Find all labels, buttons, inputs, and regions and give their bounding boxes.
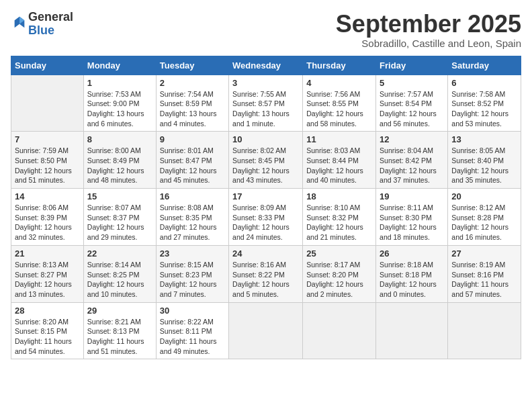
day-number: 9 bbox=[160, 134, 225, 144]
day-cell bbox=[303, 302, 376, 359]
day-info: Sunrise: 8:10 AM Sunset: 8:32 PM Dayligh… bbox=[306, 203, 372, 242]
week-row-4: 21Sunrise: 8:13 AM Sunset: 8:27 PM Dayli… bbox=[11, 245, 521, 302]
day-number: 11 bbox=[306, 134, 372, 144]
week-row-3: 14Sunrise: 8:06 AM Sunset: 8:39 PM Dayli… bbox=[11, 189, 521, 246]
day-cell: 21Sunrise: 8:13 AM Sunset: 8:27 PM Dayli… bbox=[11, 245, 84, 302]
day-info: Sunrise: 8:18 AM Sunset: 8:18 PM Dayligh… bbox=[380, 260, 444, 300]
day-number: 8 bbox=[87, 134, 152, 144]
header-cell-sunday: Sunday bbox=[11, 56, 84, 75]
week-row-5: 28Sunrise: 8:20 AM Sunset: 8:15 PM Dayli… bbox=[11, 302, 521, 359]
day-info: Sunrise: 8:19 AM Sunset: 8:16 PM Dayligh… bbox=[451, 260, 517, 300]
day-number: 15 bbox=[87, 191, 152, 201]
day-number: 28 bbox=[15, 306, 80, 316]
day-info: Sunrise: 8:14 AM Sunset: 8:25 PM Dayligh… bbox=[87, 260, 152, 300]
day-number: 21 bbox=[15, 248, 80, 259]
day-info: Sunrise: 8:15 AM Sunset: 8:23 PM Dayligh… bbox=[160, 260, 225, 300]
day-cell: 28Sunrise: 8:20 AM Sunset: 8:15 PM Dayli… bbox=[11, 302, 84, 359]
header-cell-monday: Monday bbox=[83, 56, 156, 75]
day-cell: 3Sunrise: 7:55 AM Sunset: 8:57 PM Daylig… bbox=[229, 75, 303, 132]
day-number: 27 bbox=[451, 248, 517, 259]
day-cell: 30Sunrise: 8:22 AM Sunset: 8:11 PM Dayli… bbox=[156, 302, 228, 359]
logo-text: General Blue bbox=[28, 11, 73, 38]
day-cell: 10Sunrise: 8:02 AM Sunset: 8:45 PM Dayli… bbox=[229, 132, 303, 189]
day-info: Sunrise: 7:58 AM Sunset: 8:52 PM Dayligh… bbox=[451, 89, 517, 129]
day-info: Sunrise: 8:06 AM Sunset: 8:39 PM Dayligh… bbox=[15, 203, 80, 242]
day-number: 23 bbox=[160, 248, 225, 259]
day-info: Sunrise: 8:13 AM Sunset: 8:27 PM Dayligh… bbox=[15, 260, 80, 300]
title-area: September 2025 Sobradillo, Castille and … bbox=[336, 11, 521, 49]
week-row-2: 7Sunrise: 7:59 AM Sunset: 8:50 PM Daylig… bbox=[11, 132, 521, 189]
header-cell-thursday: Thursday bbox=[303, 56, 376, 75]
day-info: Sunrise: 8:02 AM Sunset: 8:45 PM Dayligh… bbox=[232, 146, 299, 185]
day-cell: 12Sunrise: 8:04 AM Sunset: 8:42 PM Dayli… bbox=[376, 132, 448, 189]
day-cell bbox=[11, 75, 84, 132]
day-number: 6 bbox=[451, 78, 517, 88]
day-cell: 5Sunrise: 7:57 AM Sunset: 8:54 PM Daylig… bbox=[376, 75, 448, 132]
header: General Blue September 2025 Sobradillo, … bbox=[11, 11, 521, 49]
day-info: Sunrise: 8:09 AM Sunset: 8:33 PM Dayligh… bbox=[232, 203, 299, 242]
day-cell: 18Sunrise: 8:10 AM Sunset: 8:32 PM Dayli… bbox=[303, 189, 376, 246]
header-cell-tuesday: Tuesday bbox=[156, 56, 228, 75]
day-cell: 8Sunrise: 8:00 AM Sunset: 8:49 PM Daylig… bbox=[83, 132, 156, 189]
day-cell: 29Sunrise: 8:21 AM Sunset: 8:13 PM Dayli… bbox=[83, 302, 156, 359]
day-info: Sunrise: 7:55 AM Sunset: 8:57 PM Dayligh… bbox=[232, 89, 299, 129]
day-number: 19 bbox=[380, 191, 444, 201]
month-title: September 2025 bbox=[336, 11, 521, 38]
logo-icon bbox=[12, 15, 27, 30]
day-number: 25 bbox=[306, 248, 372, 259]
day-info: Sunrise: 8:11 AM Sunset: 8:30 PM Dayligh… bbox=[380, 203, 444, 242]
day-number: 12 bbox=[380, 134, 444, 144]
day-info: Sunrise: 7:56 AM Sunset: 8:55 PM Dayligh… bbox=[306, 89, 372, 129]
day-cell: 19Sunrise: 8:11 AM Sunset: 8:30 PM Dayli… bbox=[376, 189, 448, 246]
day-number: 13 bbox=[451, 134, 517, 144]
day-info: Sunrise: 8:17 AM Sunset: 8:20 PM Dayligh… bbox=[306, 260, 372, 300]
day-info: Sunrise: 8:20 AM Sunset: 8:15 PM Dayligh… bbox=[15, 317, 80, 357]
day-number: 10 bbox=[232, 134, 299, 144]
day-cell: 20Sunrise: 8:12 AM Sunset: 8:28 PM Dayli… bbox=[448, 189, 521, 246]
day-info: Sunrise: 7:53 AM Sunset: 9:00 PM Dayligh… bbox=[87, 89, 152, 129]
day-cell: 6Sunrise: 7:58 AM Sunset: 8:52 PM Daylig… bbox=[448, 75, 521, 132]
day-cell: 13Sunrise: 8:05 AM Sunset: 8:40 PM Dayli… bbox=[448, 132, 521, 189]
day-number: 5 bbox=[380, 78, 444, 88]
day-number: 1 bbox=[87, 78, 152, 88]
day-number: 7 bbox=[15, 134, 80, 144]
header-cell-wednesday: Wednesday bbox=[229, 56, 303, 75]
day-info: Sunrise: 8:05 AM Sunset: 8:40 PM Dayligh… bbox=[451, 146, 517, 185]
header-cell-saturday: Saturday bbox=[448, 56, 521, 75]
day-number: 29 bbox=[87, 306, 152, 316]
day-cell: 14Sunrise: 8:06 AM Sunset: 8:39 PM Dayli… bbox=[11, 189, 84, 246]
day-number: 2 bbox=[160, 78, 225, 88]
day-cell bbox=[376, 302, 448, 359]
day-cell: 9Sunrise: 8:01 AM Sunset: 8:47 PM Daylig… bbox=[156, 132, 228, 189]
day-info: Sunrise: 7:57 AM Sunset: 8:54 PM Dayligh… bbox=[380, 89, 444, 129]
day-cell: 27Sunrise: 8:19 AM Sunset: 8:16 PM Dayli… bbox=[448, 245, 521, 302]
day-info: Sunrise: 8:01 AM Sunset: 8:47 PM Dayligh… bbox=[160, 146, 225, 185]
day-number: 24 bbox=[232, 248, 299, 259]
day-cell: 22Sunrise: 8:14 AM Sunset: 8:25 PM Dayli… bbox=[83, 245, 156, 302]
day-cell bbox=[229, 302, 303, 359]
day-cell: 16Sunrise: 8:08 AM Sunset: 8:35 PM Dayli… bbox=[156, 189, 228, 246]
day-number: 4 bbox=[306, 78, 372, 88]
day-cell bbox=[448, 302, 521, 359]
day-info: Sunrise: 8:22 AM Sunset: 8:11 PM Dayligh… bbox=[160, 317, 225, 357]
day-number: 22 bbox=[87, 248, 152, 259]
day-cell: 26Sunrise: 8:18 AM Sunset: 8:18 PM Dayli… bbox=[376, 245, 448, 302]
day-info: Sunrise: 8:12 AM Sunset: 8:28 PM Dayligh… bbox=[451, 203, 517, 242]
day-info: Sunrise: 8:04 AM Sunset: 8:42 PM Dayligh… bbox=[380, 146, 444, 185]
day-number: 30 bbox=[160, 306, 225, 316]
day-cell: 1Sunrise: 7:53 AM Sunset: 9:00 PM Daylig… bbox=[83, 75, 156, 132]
day-info: Sunrise: 7:54 AM Sunset: 8:59 PM Dayligh… bbox=[160, 89, 225, 129]
day-number: 16 bbox=[160, 191, 225, 201]
day-number: 20 bbox=[451, 191, 517, 201]
day-info: Sunrise: 8:00 AM Sunset: 8:49 PM Dayligh… bbox=[87, 146, 152, 185]
day-number: 18 bbox=[306, 191, 372, 201]
day-number: 17 bbox=[232, 191, 299, 201]
day-cell: 11Sunrise: 8:03 AM Sunset: 8:44 PM Dayli… bbox=[303, 132, 376, 189]
day-info: Sunrise: 8:16 AM Sunset: 8:22 PM Dayligh… bbox=[232, 260, 299, 300]
day-number: 26 bbox=[380, 248, 444, 259]
week-row-1: 1Sunrise: 7:53 AM Sunset: 9:00 PM Daylig… bbox=[11, 75, 521, 132]
day-cell: 25Sunrise: 8:17 AM Sunset: 8:20 PM Dayli… bbox=[303, 245, 376, 302]
day-cell: 2Sunrise: 7:54 AM Sunset: 8:59 PM Daylig… bbox=[156, 75, 228, 132]
day-info: Sunrise: 8:21 AM Sunset: 8:13 PM Dayligh… bbox=[87, 317, 152, 357]
day-number: 3 bbox=[232, 78, 299, 88]
